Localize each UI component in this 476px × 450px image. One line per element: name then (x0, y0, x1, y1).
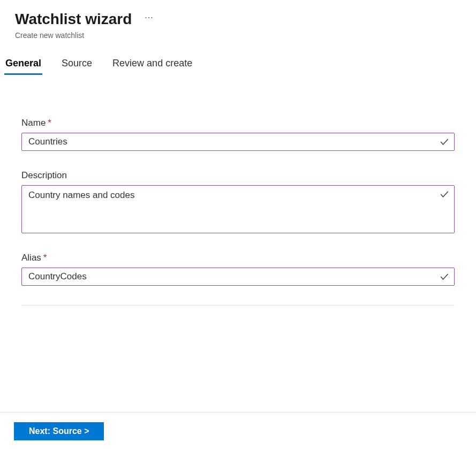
alias-input[interactable] (22, 268, 454, 285)
page-subtitle: Create new watchlist (0, 31, 476, 40)
name-input-wrap (21, 133, 455, 151)
tab-source[interactable]: Source (61, 56, 93, 75)
description-label: Description (21, 170, 455, 181)
required-indicator: * (48, 118, 51, 128)
next-button[interactable]: Next: Source > (14, 422, 104, 440)
description-input-wrap: Country names and codes (21, 185, 455, 233)
footer: Next: Source > (0, 412, 476, 450)
tab-general[interactable]: General (4, 56, 42, 75)
tabs: General Source Review and create (0, 40, 476, 75)
name-label-text: Name (21, 118, 46, 128)
form-group-name: Name* (21, 118, 455, 151)
alias-label: Alias* (21, 253, 455, 263)
name-input[interactable] (22, 133, 454, 150)
name-label: Name* (21, 118, 455, 128)
required-indicator: * (43, 253, 47, 263)
more-icon[interactable]: ··· (145, 13, 153, 26)
alias-input-wrap (21, 268, 455, 286)
form-group-description: Description Country names and codes (21, 170, 455, 233)
form-area: Name* Description Country names and code… (0, 75, 476, 306)
alias-label-text: Alias (21, 253, 41, 263)
tab-review[interactable]: Review and create (111, 56, 193, 75)
description-input[interactable]: Country names and codes (22, 186, 454, 233)
divider (21, 305, 455, 306)
page-title: Watchlist wizard (15, 11, 132, 28)
form-group-alias: Alias* (21, 253, 455, 286)
